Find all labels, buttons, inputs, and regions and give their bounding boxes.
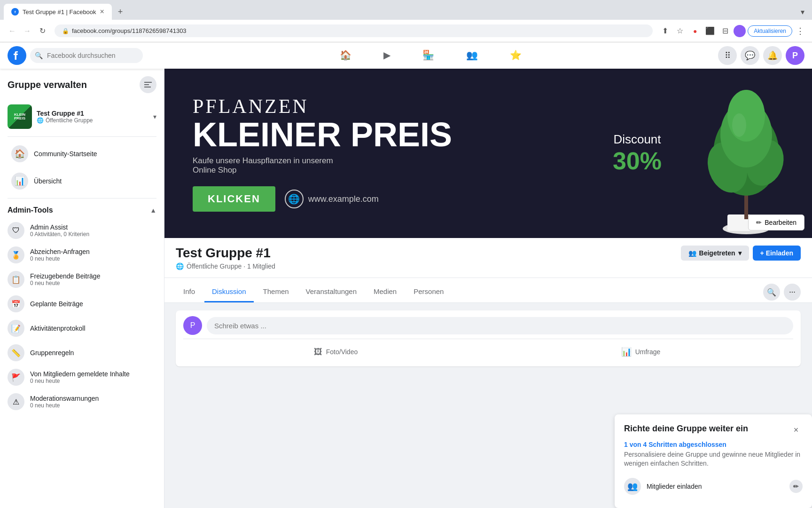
sidebar-icon-button[interactable] bbox=[140, 76, 156, 93]
admin-item-rules[interactable]: 📏 Gruppenregeln bbox=[0, 341, 164, 365]
poll-button[interactable]: 📊 Umfrage bbox=[488, 343, 793, 361]
share-button[interactable]: ⬆ bbox=[658, 24, 671, 38]
browser-profile-avatar[interactable] bbox=[734, 25, 746, 37]
forward-button[interactable]: → bbox=[21, 24, 34, 38]
tab-dropdown-button[interactable]: ▾ bbox=[797, 6, 808, 18]
browser-menu-button[interactable]: ⋮ bbox=[794, 24, 806, 38]
group-chevron-icon[interactable]: ▾ bbox=[153, 113, 156, 120]
cover-photo: PFLANZEN KLEINER PREIS Kaufe unsere Haus… bbox=[164, 69, 812, 238]
setup-item-edit-button[interactable]: ✏ bbox=[789, 480, 803, 493]
post-avatar: P bbox=[183, 316, 202, 335]
tab-close-button[interactable]: × bbox=[100, 8, 104, 16]
new-tab-button[interactable]: + bbox=[114, 5, 127, 18]
nav-marketplace[interactable]: 🏪 bbox=[407, 46, 449, 66]
group-thumbnail-inner: KLEINPREIS bbox=[8, 104, 32, 129]
reload-button[interactable]: ↻ bbox=[36, 24, 49, 38]
invite-button[interactable]: + Einladen bbox=[753, 246, 801, 261]
setup-card-title: Richte deine Gruppe weiter ein bbox=[624, 424, 748, 434]
cover-buttons: KLICKEN 🌐 www.example.com bbox=[193, 186, 784, 212]
tab-topics[interactable]: Themen bbox=[256, 282, 297, 302]
sidebar-title: Gruppe verwalten bbox=[8, 79, 87, 90]
extension1-button[interactable]: ● bbox=[688, 24, 702, 38]
user-avatar[interactable]: P bbox=[786, 46, 804, 65]
cover-content: PFLANZEN KLEINER PREIS Kaufe unsere Haus… bbox=[164, 69, 812, 238]
sidebar-item-community[interactable]: 🏠 Community-Startseite bbox=[4, 141, 160, 167]
tab-events[interactable]: Veranstaltungen bbox=[298, 282, 364, 302]
search-input[interactable] bbox=[30, 48, 143, 63]
setup-close-button[interactable]: × bbox=[789, 424, 803, 437]
cover-title-big: KLEINER PREIS bbox=[193, 118, 784, 151]
svg-rect-3 bbox=[144, 84, 149, 85]
sidebar-label-overview: Übersicht bbox=[34, 177, 62, 185]
pending-info: Freizugebende Beiträge 0 neu heute bbox=[30, 272, 156, 286]
search-icon: 🔍 bbox=[35, 52, 43, 59]
post-input[interactable] bbox=[207, 317, 793, 334]
sidebar-item-overview[interactable]: 📊 Übersicht bbox=[4, 168, 160, 194]
admin-tools-title: Admin-Tools bbox=[8, 206, 53, 214]
admin-assist-label: Admin Assist bbox=[30, 223, 156, 231]
pending-label: Freizugebende Beiträge bbox=[30, 272, 156, 280]
admin-item-scheduled[interactable]: 📅 Geplante Beiträge bbox=[0, 292, 164, 316]
address-text: facebook.com/groups/1187626598741303 bbox=[72, 27, 187, 34]
browser-tab-active[interactable]: f Test Gruppe #1 | Facebook × bbox=[4, 4, 112, 20]
edit-cover-button[interactable]: ✏ Bearbeiten bbox=[748, 214, 804, 230]
extension2-button[interactable]: ⬛ bbox=[703, 24, 717, 38]
star-button[interactable]: ☆ bbox=[673, 24, 687, 38]
admin-item-pending[interactable]: 📋 Freizugebende Beiträge 0 neu heute bbox=[0, 267, 164, 292]
nav-groups[interactable]: 👥 bbox=[451, 46, 493, 66]
group-section-title: Test Gruppe #1 bbox=[176, 246, 275, 261]
facebook-logo[interactable] bbox=[8, 46, 26, 65]
tab-info[interactable]: Info bbox=[176, 282, 203, 302]
apps-button[interactable]: ⠿ bbox=[718, 46, 737, 65]
tab-actions: 🔍 ··· bbox=[763, 284, 801, 301]
cover-subtitle2: Online Shop bbox=[193, 166, 784, 175]
photo-video-button[interactable]: 🖼 Foto/Video bbox=[183, 343, 488, 361]
admin-assist-sub: 0 Aktivitäten, 0 Kriterien bbox=[30, 231, 156, 238]
tab-discussion[interactable]: Diskussion bbox=[204, 282, 254, 302]
tab-members[interactable]: Personen bbox=[406, 282, 451, 302]
pending-icon: 📋 bbox=[8, 271, 24, 288]
cover-text: PFLANZEN KLEINER PREIS Kaufe unsere Haus… bbox=[193, 95, 784, 212]
search-wrapper: 🔍 bbox=[30, 48, 143, 63]
browser-action-buttons: ⬆ ☆ ● ⬛ ⊟ Aktualisieren ⋮ bbox=[658, 24, 806, 38]
admin-item-activity[interactable]: 📝 Aktivitätenprotokoll bbox=[0, 316, 164, 341]
warnings-icon: ⚠ bbox=[8, 393, 24, 410]
cover-subtitle: Kaufe unsere Hauspflanzen in unserem bbox=[193, 156, 784, 166]
group-tabs: Info Diskussion Themen Veranstaltungen M… bbox=[164, 278, 812, 303]
more-tab-button[interactable]: ··· bbox=[784, 284, 801, 301]
admin-item-badges[interactable]: 🏅 Abzeichen-Anfragen 0 neu heute bbox=[0, 243, 164, 267]
pending-sub: 0 neu heute bbox=[30, 280, 156, 286]
group-name: Test Gruppe #1 bbox=[37, 110, 148, 117]
nav-video[interactable]: ▶ bbox=[368, 46, 406, 66]
reported-label: Von Mitgliedern gemeldete Inhalte bbox=[30, 370, 156, 378]
split-button[interactable]: ⊟ bbox=[718, 24, 732, 38]
click-button[interactable]: KLICKEN bbox=[193, 186, 275, 212]
admin-item-reported[interactable]: 🚩 Von Mitgliedern gemeldete Inhalte 0 ne… bbox=[0, 365, 164, 389]
website-text: www.example.com bbox=[308, 194, 379, 204]
feed-area: P 🖼 Foto/Video 📊 Umfrage bbox=[164, 303, 812, 374]
website-link[interactable]: 🌐 www.example.com bbox=[285, 190, 379, 208]
notifications-button[interactable]: 🔔 bbox=[763, 46, 782, 65]
setup-item-invite: 👥 Mitglieder einladen ✏ bbox=[624, 474, 803, 499]
address-bar: ← → ↻ 🔒 facebook.com/groups/118762659874… bbox=[0, 20, 812, 42]
tab-media[interactable]: Medien bbox=[366, 282, 404, 302]
admin-item-warnings[interactable]: ⚠ Moderationswarnungen 0 neu heute bbox=[0, 389, 164, 414]
badges-icon: 🏅 bbox=[8, 246, 24, 263]
facebook-header: 🔍 🏠 ▶ 🏪 👥 ⭐ ⠿ 💬 🔔 P bbox=[0, 42, 812, 69]
address-input[interactable]: 🔒 facebook.com/groups/1187626598741303 bbox=[55, 24, 653, 37]
group-meta-text: Öffentliche Gruppe · 1 Mitglied bbox=[187, 262, 275, 270]
post-box: P 🖼 Foto/Video 📊 Umfrage bbox=[176, 310, 801, 366]
messenger-button[interactable]: 💬 bbox=[741, 46, 759, 65]
nav-home[interactable]: 🏠 bbox=[325, 46, 367, 66]
sidebar-group-item[interactable]: KLEINPREIS Test Gruppe #1 🌐 Öffentliche … bbox=[0, 101, 164, 133]
admin-item-assist[interactable]: 🛡 Admin Assist 0 Aktivitäten, 0 Kriterie… bbox=[0, 218, 164, 243]
joined-button[interactable]: 👥 Beigetreten ▾ bbox=[681, 246, 749, 261]
back-button[interactable]: ← bbox=[6, 24, 19, 38]
photo-video-icon: 🖼 bbox=[314, 347, 322, 357]
nav-gaming[interactable]: ⭐ bbox=[495, 46, 537, 66]
search-tab-button[interactable]: 🔍 bbox=[763, 284, 780, 301]
badges-sub: 0 neu heute bbox=[30, 255, 156, 262]
aktualisieren-button[interactable]: Aktualisieren bbox=[748, 25, 792, 37]
admin-tools-chevron-icon[interactable]: ▲ bbox=[150, 206, 156, 214]
setup-item-icon: 👥 bbox=[624, 478, 641, 495]
